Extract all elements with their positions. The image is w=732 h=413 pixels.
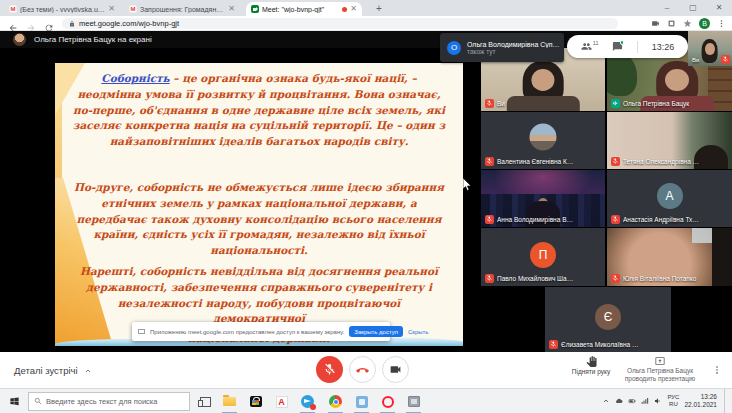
participant-name: Валентина Євгенівна К… xyxy=(497,158,573,165)
presenting-banner-text: Ольга Петрівна Бацук на екрані xyxy=(34,35,152,44)
participant-initial-avatar: А xyxy=(657,183,683,209)
participant-count: 11 xyxy=(593,40,599,46)
chevron-up-icon xyxy=(84,367,92,375)
meeting-details-button[interactable]: Деталі зустрічі xyxy=(14,365,92,376)
mic-off-icon xyxy=(323,363,336,376)
participant-tile[interactable]: П Павло Михайлович Ша… xyxy=(481,228,605,286)
hand-icon xyxy=(586,356,597,367)
camera-toggle-button[interactable] xyxy=(382,356,409,383)
tab-gmail-1[interactable]: M (Без теми) - vvvytivska.uk20@k… ✕ xyxy=(4,2,120,16)
pill-divider xyxy=(637,41,638,53)
participant-name: Павло Михайлович Ша… xyxy=(497,275,573,282)
file-explorer-icon[interactable] xyxy=(220,392,239,411)
taskbar-search-input[interactable]: Введите здесь текст для поиска xyxy=(28,392,190,411)
mic-muted-icon xyxy=(485,215,494,224)
new-tab-button[interactable]: + xyxy=(372,2,386,14)
raise-hand-label: Підняти руку xyxy=(572,368,610,375)
microsoft-store-icon[interactable] xyxy=(246,392,265,411)
navbar-right: В xyxy=(651,18,726,29)
forward-button[interactable] xyxy=(26,19,36,29)
back-button[interactable] xyxy=(8,19,18,29)
system-tray: РУС RU 13:26 22.01.2021 xyxy=(602,389,732,413)
volume-icon[interactable] xyxy=(654,397,662,405)
acrobat-icon[interactable]: A xyxy=(272,392,291,411)
slide: Соборність – це органічна ознака будь-як… xyxy=(55,63,463,346)
onedrive-cloud-icon[interactable] xyxy=(615,397,623,405)
window-minimize-button[interactable]: – xyxy=(654,0,680,15)
participant-tile[interactable]: Є Єлизавета Миколаївна … xyxy=(545,287,671,352)
task-view-button[interactable] xyxy=(196,392,215,411)
participant-tile[interactable]: Валентина Євгенівна К… xyxy=(481,112,605,169)
presenter-avatar xyxy=(13,33,26,46)
meet-topbar-pill: 11 13:26 xyxy=(567,35,688,58)
self-view-thumbnail[interactable]: Ви xyxy=(688,31,732,66)
chrome-icon[interactable] xyxy=(326,392,345,411)
start-button[interactable] xyxy=(0,389,28,413)
participant-tile[interactable]: Тетяна Олександрівна … xyxy=(607,112,732,169)
tray-expand-icon[interactable] xyxy=(602,397,610,405)
slide-paragraph-2: По-друге, соборність не обмежується лише… xyxy=(71,180,447,259)
open-app-icon[interactable] xyxy=(404,392,423,411)
raise-hand-button[interactable]: Підняти руку xyxy=(566,356,616,376)
browser-profile-avatar[interactable]: В xyxy=(699,18,710,29)
language-indicator[interactable]: РУС RU xyxy=(667,394,679,408)
participant-tile[interactable]: Юлія Віталіївна Потапко xyxy=(607,228,732,286)
url-text: meet.google.com/wjo-bvnp-gjt xyxy=(79,19,179,28)
participant-name: Ви xyxy=(497,100,505,107)
network-icon[interactable] xyxy=(641,397,649,405)
participant-name: Анастасія Андріївна Тх… xyxy=(623,216,699,223)
mic-muted-icon xyxy=(611,157,620,166)
hide-share-bar-link[interactable]: Скрыть xyxy=(408,329,428,335)
opera-icon[interactable] xyxy=(378,392,397,411)
mic-toggle-button[interactable] xyxy=(316,356,343,383)
notification-subtext: також тут xyxy=(467,48,560,55)
screen-share-bar: Приложению meet.google.com предоставлен … xyxy=(132,322,390,341)
photos-icon[interactable] xyxy=(352,392,371,411)
tab-close-icon[interactable]: ✕ xyxy=(108,5,115,13)
chat-button[interactable] xyxy=(612,41,623,52)
participants-button[interactable]: 11 xyxy=(581,41,599,52)
tab-close-icon[interactable]: ✕ xyxy=(228,5,235,13)
notification-name: Ольга Володимирівна Суп… xyxy=(467,41,560,48)
mic-muted-icon xyxy=(549,340,558,349)
presenting-name: Ольга Петрівна Бацук xyxy=(627,367,693,374)
language-line2: RU xyxy=(667,401,679,408)
browser-menu-icon[interactable] xyxy=(717,19,726,28)
taskbar-clock[interactable]: 13:26 22.01.2021 xyxy=(684,393,717,409)
participant-name: Єлизавета Миколаївна … xyxy=(561,341,638,348)
reload-button[interactable] xyxy=(44,19,54,29)
more-vert-icon xyxy=(712,363,722,377)
videocam-icon xyxy=(389,363,402,376)
tab-close-icon[interactable]: ✕ xyxy=(350,5,357,13)
show-desktop-button[interactable] xyxy=(724,389,727,413)
presentation-stage: Соборність – це органічна ознака будь-як… xyxy=(0,48,480,352)
extension-icon[interactable] xyxy=(667,19,676,28)
meet-bottom-bar: Деталі зустрічі Підняти руку Ольга Петрі… xyxy=(0,352,732,388)
meet-favicon-icon xyxy=(251,5,259,13)
tab-title: Meet: "wjo-bvnp-gjt" xyxy=(262,6,339,13)
address-bar[interactable]: meet.google.com/wjo-bvnp-gjt xyxy=(62,18,618,29)
participant-tile[interactable]: Анна Володимирівна В… xyxy=(481,170,605,227)
participant-name: Ольга Петрівна Бацук xyxy=(623,100,689,107)
participant-tile[interactable]: А Анастасія Андріївна Тх… xyxy=(607,170,732,227)
media-recording-dot-icon xyxy=(342,7,347,12)
participant-initial-avatar: П xyxy=(530,242,556,268)
telegram-icon[interactable] xyxy=(298,392,317,411)
windows-logo-icon xyxy=(9,396,20,407)
slide-paragraph-1: Соборність – це органічна ознака будь-як… xyxy=(71,71,447,150)
tab-gmail-2[interactable]: M Запрошення: Громадянська ос… ✕ xyxy=(124,2,240,16)
screen-icon xyxy=(138,329,145,334)
more-options-button[interactable] xyxy=(712,363,722,377)
taskbar: Введите здесь текст для поиска A РУС RU … xyxy=(0,388,732,413)
meeting-details-label: Деталі зустрічі xyxy=(14,365,78,376)
tab-meet-active[interactable]: Meet: "wjo-bvnp-gjt" ✕ xyxy=(246,2,362,16)
bookmark-star-icon[interactable] xyxy=(683,19,692,28)
participant-name: Юлія Віталіївна Потапко xyxy=(623,275,696,282)
window-maximize-button[interactable]: ▢ xyxy=(680,0,706,15)
battery-icon[interactable] xyxy=(628,397,636,405)
camera-in-use-icon[interactable] xyxy=(651,19,660,28)
leave-call-button[interactable] xyxy=(349,356,376,383)
stop-sharing-button[interactable]: Закрыть доступ xyxy=(349,326,403,337)
window-close-button[interactable]: ✕ xyxy=(706,0,732,15)
lock-icon xyxy=(69,21,75,27)
